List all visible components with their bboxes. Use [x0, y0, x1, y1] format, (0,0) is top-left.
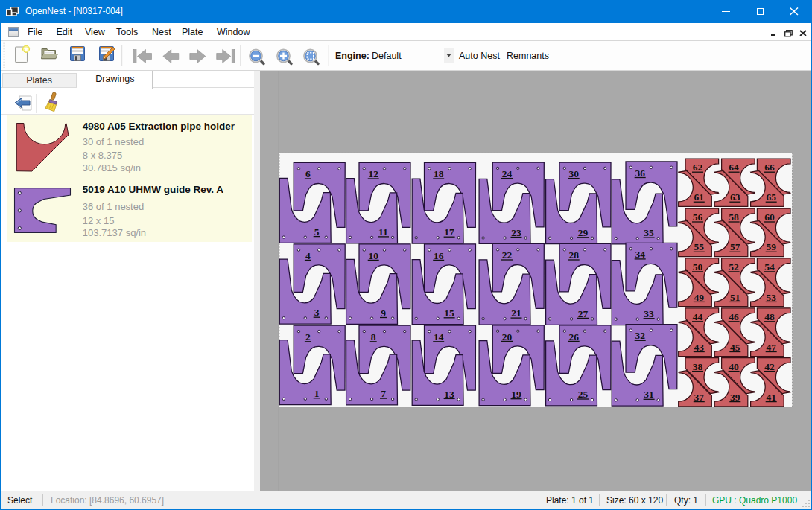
svg-text:32: 32 — [635, 330, 645, 341]
svg-text:26: 26 — [568, 331, 579, 342]
svg-text:2: 2 — [305, 331, 311, 342]
svg-text:61: 61 — [694, 191, 705, 203]
svg-text:66: 66 — [764, 162, 775, 173]
svg-text:27: 27 — [578, 308, 589, 319]
svg-text:8: 8 — [371, 331, 376, 342]
svg-text:22: 22 — [502, 249, 513, 261]
svg-text:57: 57 — [730, 241, 740, 252]
svg-text:50: 50 — [693, 261, 703, 272]
svg-text:53: 53 — [766, 292, 776, 303]
svg-text:46: 46 — [729, 311, 739, 322]
svg-text:39: 39 — [730, 392, 740, 403]
svg-text:54: 54 — [764, 261, 775, 272]
svg-text:34: 34 — [635, 249, 645, 260]
svg-text:36: 36 — [635, 168, 645, 179]
svg-text:41: 41 — [766, 392, 776, 403]
svg-text:48: 48 — [764, 311, 775, 322]
svg-text:10: 10 — [368, 250, 378, 261]
svg-text:12: 12 — [368, 168, 378, 179]
svg-text:52: 52 — [729, 261, 739, 272]
svg-text:25: 25 — [578, 389, 589, 400]
svg-text:62: 62 — [693, 162, 703, 173]
svg-text:18: 18 — [434, 168, 444, 179]
svg-text:20: 20 — [502, 331, 513, 342]
svg-text:14: 14 — [434, 331, 444, 342]
svg-text:60: 60 — [764, 211, 775, 223]
svg-text:45: 45 — [730, 342, 740, 353]
svg-text:49: 49 — [694, 292, 705, 303]
svg-text:35: 35 — [644, 227, 654, 238]
svg-text:56: 56 — [693, 211, 703, 223]
svg-text:3: 3 — [314, 307, 320, 318]
svg-text:38: 38 — [693, 361, 703, 372]
svg-text:17: 17 — [444, 226, 454, 238]
svg-text:28: 28 — [568, 249, 579, 261]
svg-text:24: 24 — [502, 168, 513, 179]
svg-text:1: 1 — [314, 388, 320, 399]
svg-text:5: 5 — [314, 226, 320, 238]
svg-text:47: 47 — [766, 342, 776, 353]
svg-text:30: 30 — [568, 168, 579, 179]
svg-text:7: 7 — [381, 388, 386, 399]
svg-text:55: 55 — [694, 241, 705, 252]
svg-text:44: 44 — [693, 311, 703, 322]
svg-text:19: 19 — [511, 389, 521, 400]
svg-text:63: 63 — [730, 191, 740, 203]
svg-text:11: 11 — [378, 226, 388, 238]
svg-text:9: 9 — [381, 307, 386, 319]
svg-text:40: 40 — [729, 361, 739, 372]
svg-text:6: 6 — [305, 168, 311, 179]
svg-text:43: 43 — [694, 342, 705, 353]
svg-text:23: 23 — [511, 227, 521, 238]
svg-text:59: 59 — [766, 241, 776, 252]
svg-text:16: 16 — [434, 250, 444, 261]
svg-text:31: 31 — [644, 389, 654, 400]
svg-text:15: 15 — [444, 307, 454, 319]
svg-text:21: 21 — [511, 307, 521, 319]
svg-text:42: 42 — [764, 361, 775, 372]
svg-text:37: 37 — [694, 392, 705, 403]
svg-text:51: 51 — [730, 292, 740, 303]
svg-text:29: 29 — [578, 227, 589, 238]
svg-text:33: 33 — [644, 308, 654, 319]
svg-text:64: 64 — [729, 162, 739, 173]
svg-text:13: 13 — [444, 389, 454, 400]
svg-text:65: 65 — [766, 191, 776, 203]
svg-text:58: 58 — [729, 211, 739, 223]
svg-text:4: 4 — [305, 250, 311, 261]
